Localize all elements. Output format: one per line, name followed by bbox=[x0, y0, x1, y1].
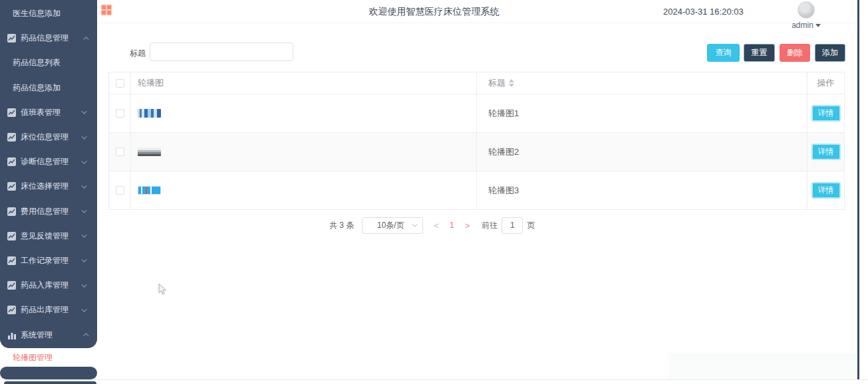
next-page-button[interactable]: > bbox=[465, 221, 470, 231]
sidebar-item-label: 值班表管理 bbox=[21, 107, 61, 118]
table-row: 轮播图3 详情 bbox=[109, 171, 844, 210]
line-chart-icon bbox=[7, 133, 16, 142]
sidebar-lower-block bbox=[0, 367, 97, 379]
right-edge-line bbox=[857, 0, 859, 379]
sidebar-item-fee-info-manage[interactable]: 费用信息管理 bbox=[0, 199, 97, 224]
footer-shade bbox=[668, 353, 857, 379]
sidebar: 医生信息添加 药品信息管理 药品信息列表 药品信息添加 值班表管理 床位信息管理 bbox=[0, 0, 97, 384]
chevron-down-icon bbox=[81, 282, 86, 287]
chevron-up-icon bbox=[83, 333, 88, 338]
pagination-total: 共 3 条 bbox=[329, 220, 354, 231]
sidebar-item-label: 轮播图管理 bbox=[13, 352, 53, 363]
query-button[interactable]: 查询 bbox=[707, 44, 740, 62]
page-size-value: 10条/页 bbox=[367, 220, 414, 231]
detail-button[interactable]: 详情 bbox=[811, 182, 841, 199]
sidebar-item-carousel-manage[interactable]: 轮播图管理 bbox=[0, 348, 97, 367]
sidebar-item-drug-info-manage[interactable]: 药品信息管理 bbox=[0, 26, 97, 50]
chevron-down-icon bbox=[81, 134, 86, 139]
mouse-cursor bbox=[158, 283, 167, 296]
add-button[interactable]: 添加 bbox=[815, 44, 845, 62]
chevron-down-icon bbox=[81, 306, 86, 312]
table-row: 轮播图2 详情 bbox=[109, 133, 844, 171]
sidebar-item-system-manage[interactable]: 系统管理 bbox=[0, 322, 97, 347]
user-menu[interactable]: admin bbox=[788, 1, 825, 31]
line-chart-icon bbox=[7, 207, 16, 216]
line-chart-icon bbox=[7, 306, 16, 314]
sidebar-item-drug-info-list[interactable]: 药品信息列表 bbox=[0, 50, 97, 75]
avatar[interactable] bbox=[797, 1, 815, 19]
sidebar-item-bed-select-manage[interactable]: 床位选择管理 bbox=[0, 174, 97, 199]
column-header-action: 操作 bbox=[817, 77, 835, 89]
reset-button[interactable]: 重置 bbox=[744, 44, 775, 62]
sidebar-item-diagnosis-info-manage[interactable]: 诊断信息管理 bbox=[0, 149, 97, 174]
top-header: 欢迎使用智慧医疗床位管理系统 2024-03-31 16:20:03 admin bbox=[97, 0, 857, 23]
row-title: 轮播图3 bbox=[488, 185, 519, 197]
sidebar-item-drug-outbound-manage[interactable]: 药品出库管理 bbox=[0, 298, 97, 322]
table-row: 轮播图1 详情 bbox=[109, 94, 844, 133]
sidebar-item-label: 药品信息列表 bbox=[13, 57, 61, 68]
sidebar-menu: 医生信息添加 药品信息管理 药品信息列表 药品信息添加 值班表管理 床位信息管理 bbox=[0, 0, 97, 348]
carousel-thumbnail[interactable] bbox=[138, 109, 161, 118]
bar-chart-icon bbox=[7, 331, 16, 339]
sidebar-item-drug-info-add[interactable]: 药品信息添加 bbox=[0, 76, 97, 100]
goto-label: 前往 bbox=[482, 220, 498, 231]
select-all-checkbox[interactable] bbox=[116, 79, 124, 88]
sidebar-item-label: 工作记录管理 bbox=[21, 255, 69, 266]
row-title: 轮播图2 bbox=[488, 146, 519, 158]
line-chart-icon bbox=[7, 108, 16, 117]
line-chart-icon bbox=[7, 34, 16, 43]
sidebar-item-label: 费用信息管理 bbox=[21, 206, 69, 217]
delete-button[interactable]: 删除 bbox=[780, 44, 810, 62]
title-filter-label: 标题 bbox=[130, 48, 146, 59]
carousel-thumbnail[interactable] bbox=[138, 147, 161, 156]
row-checkbox[interactable] bbox=[116, 186, 124, 195]
sidebar-item-doctor-info-add[interactable]: 医生信息添加 bbox=[0, 1, 97, 26]
sidebar-item-label: 药品入库管理 bbox=[21, 280, 69, 291]
page-size-select[interactable]: 10条/页 bbox=[362, 217, 423, 234]
goto-page-input[interactable] bbox=[502, 217, 523, 234]
prev-page-button[interactable]: < bbox=[434, 221, 439, 231]
column-header-title: 标题 bbox=[488, 77, 506, 89]
line-chart-icon bbox=[7, 256, 16, 265]
sidebar-item-duty-schedule-manage[interactable]: 值班表管理 bbox=[0, 100, 97, 125]
detail-button[interactable]: 详情 bbox=[811, 105, 841, 122]
caret-down-icon bbox=[815, 24, 821, 27]
current-page[interactable]: 1 bbox=[450, 221, 454, 230]
pagination: 共 3 条 10条/页 < 1 > 前往 页 bbox=[329, 217, 535, 234]
app-root: 医生信息添加 药品信息管理 药品信息列表 药品信息添加 值班表管理 床位信息管理 bbox=[0, 0, 868, 384]
header-timestamp: 2024-03-31 16:20:03 bbox=[663, 7, 744, 17]
line-chart-icon bbox=[7, 182, 16, 191]
bottom-edge-line bbox=[0, 379, 868, 380]
table-header-row: 轮播图 标题 操作 bbox=[109, 72, 844, 94]
sidebar-item-label: 床位选择管理 bbox=[21, 181, 69, 192]
line-chart-icon bbox=[7, 281, 16, 290]
sidebar-item-drug-inbound-manage[interactable]: 药品入库管理 bbox=[0, 273, 97, 298]
chevron-up-icon bbox=[83, 37, 88, 42]
chevron-down-icon bbox=[81, 183, 86, 188]
sidebar-item-work-record-manage[interactable]: 工作记录管理 bbox=[0, 248, 97, 273]
chevron-down-icon bbox=[81, 109, 86, 114]
sidebar-item-label: 意见反馈管理 bbox=[21, 231, 69, 242]
detail-button[interactable]: 详情 bbox=[811, 144, 841, 160]
sidebar-item-label: 药品出库管理 bbox=[21, 304, 69, 316]
row-title: 轮播图1 bbox=[488, 108, 519, 120]
title-filter-input[interactable] bbox=[150, 43, 293, 61]
sidebar-item-label: 诊断信息管理 bbox=[21, 156, 69, 167]
row-checkbox[interactable] bbox=[116, 147, 124, 156]
row-checkbox[interactable] bbox=[116, 109, 124, 118]
sidebar-item-feedback-manage[interactable]: 意见反馈管理 bbox=[0, 224, 97, 248]
column-header-image: 轮播图 bbox=[138, 77, 164, 89]
carousel-table: 轮播图 标题 操作 轮播图1 详情 轮播图2 详情 轮播图3 详情 bbox=[108, 72, 845, 210]
line-chart-icon bbox=[7, 157, 16, 166]
sidebar-item-label: 药品信息添加 bbox=[13, 82, 61, 94]
chevron-down-icon bbox=[81, 207, 86, 213]
chevron-down-icon bbox=[81, 257, 86, 262]
sidebar-item-label: 药品信息管理 bbox=[21, 33, 69, 44]
sort-caret-icon[interactable] bbox=[509, 79, 514, 87]
line-chart-icon bbox=[7, 232, 16, 240]
sidebar-item-label: 医生信息添加 bbox=[13, 8, 61, 19]
sidebar-item-bed-info-manage[interactable]: 床位信息管理 bbox=[0, 125, 97, 149]
chevron-down-icon bbox=[81, 233, 86, 238]
carousel-thumbnail[interactable] bbox=[138, 186, 161, 195]
page-unit-label: 页 bbox=[527, 220, 535, 231]
